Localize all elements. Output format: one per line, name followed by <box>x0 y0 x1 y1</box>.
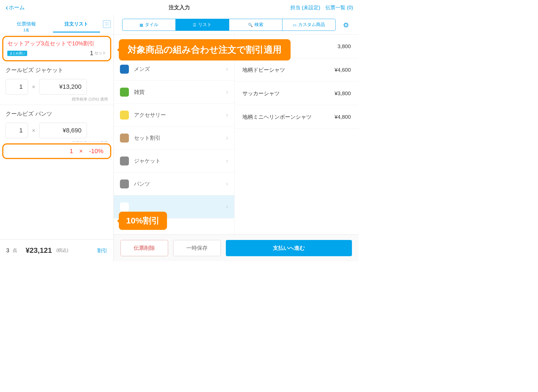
item-count-unit: 点 <box>13 248 17 253</box>
delete-slip-button[interactable]: 伝票削除 <box>120 240 168 256</box>
item-count: 3 <box>6 247 9 254</box>
product-price: ¥3,800 <box>335 90 351 97</box>
discount-line[interactable]: 1 × -10% <box>2 143 111 159</box>
callout-ten-percent: 10%割引 <box>119 212 167 230</box>
total-amount: ¥23,121 <box>25 246 52 255</box>
tab-slip-info-label: 伝票情報 <box>17 21 36 27</box>
chevron-right-icon: › <box>226 66 228 73</box>
order-item-name: クールビズ ジャケット <box>6 66 108 74</box>
product-name: 地柄ドビーシャツ <box>242 66 285 74</box>
color-swatch <box>120 202 129 211</box>
home-button[interactable]: ‹ ホーム <box>6 4 25 11</box>
category-item[interactable]: アクセサリー › <box>114 104 234 127</box>
product-price: ¥4,800 <box>335 114 351 120</box>
assignee-link[interactable]: 担当 (未設定) <box>290 4 320 11</box>
order-item[interactable]: クールビズ ジャケット 1 × ¥13,200 標準税率 (10%) 適用 <box>0 61 113 105</box>
product-price: 3,800 <box>337 43 351 50</box>
discount-button[interactable]: 割引 <box>97 247 107 254</box>
multiply-icon: × <box>32 127 35 134</box>
chevron-right-icon: › <box>226 180 228 188</box>
tab-order-list[interactable]: 注文リスト <box>53 18 100 32</box>
proceed-payment-button[interactable]: 支払いへ進む <box>226 240 352 256</box>
discount-amount: -10% <box>89 148 103 155</box>
category-name: アクセサリー <box>134 111 166 119</box>
chevron-right-icon: › <box>226 157 228 165</box>
product-name: サッカーシャツ <box>242 90 280 97</box>
price-input[interactable]: ¥8,690 <box>39 123 87 138</box>
list-icon: ☰ <box>193 23 196 27</box>
page-title: 注文入力 <box>169 4 190 11</box>
multiply-icon: × <box>32 84 35 90</box>
product-price: ¥4,600 <box>335 67 351 73</box>
color-swatch <box>120 88 129 97</box>
view-search[interactable]: 🔍検索 <box>229 19 282 31</box>
qty-input[interactable]: 1 <box>6 79 28 95</box>
tax-included-label: (税込) <box>56 248 68 253</box>
chevron-right-icon: › <box>226 134 228 142</box>
slip-list-link[interactable]: 伝票一覧 (0) <box>325 4 353 11</box>
product-item[interactable]: 地柄ドビーシャツ ¥4,600 <box>235 58 359 82</box>
set-discount-qty: 1 <box>90 50 93 57</box>
product-item[interactable]: 地柄ミニヘリンボーンシャツ ¥4,800 <box>235 105 359 129</box>
color-swatch <box>120 111 129 120</box>
order-item[interactable]: クールビズ パンツ 1 × ¥8,690 標準税率 (10%) 適用 <box>0 105 113 142</box>
chevron-right-icon: › <box>226 203 228 211</box>
price-input[interactable]: ¥13,200 <box>39 79 87 95</box>
tax-label: 標準税率 (10%) 適用 <box>6 97 108 102</box>
product-item[interactable]: サッカーシャツ ¥3,800 <box>235 82 359 105</box>
category-name: セット割引 <box>134 134 161 142</box>
tab-slip-info[interactable]: 伝票情報 1名 <box>3 18 50 37</box>
order-item-name: クールビズ パンツ <box>6 110 108 118</box>
chevron-left-icon: ‹ <box>6 4 8 11</box>
tile-icon: ▦ <box>140 23 143 27</box>
color-swatch <box>120 134 129 143</box>
view-tile[interactable]: ▦タイル <box>122 19 176 31</box>
callout-combo-discount: 対象商品の組み合わせ注文で割引適用 <box>119 39 291 60</box>
set-discount-card[interactable]: セットアップ3点セットで10%割引 まとめ買い 1 セット <box>2 36 111 61</box>
category-item[interactable]: メンズ › <box>114 58 234 81</box>
discount-qty: 1 <box>70 148 73 155</box>
set-discount-unit: セット <box>94 51 106 56</box>
product-name: 地柄ミニヘリンボーンシャツ <box>242 113 312 121</box>
category-item[interactable]: セット割引 › <box>114 127 234 150</box>
category-name: メンズ <box>134 66 150 73</box>
color-swatch <box>120 157 129 165</box>
chevron-right-icon: › <box>226 111 228 119</box>
category-item[interactable]: 雑貨 › <box>114 81 234 104</box>
category-item[interactable]: ジャケット › <box>114 150 234 172</box>
color-swatch <box>120 65 129 74</box>
view-list[interactable]: ☰リスト <box>176 19 229 31</box>
set-discount-title: セットアップ3点セットで10%割引 <box>7 40 106 47</box>
view-custom[interactable]: ▭カスタム商品 <box>282 19 335 31</box>
category-item[interactable]: パンツ › <box>114 172 234 195</box>
receipt-icon[interactable] <box>103 20 111 28</box>
color-swatch <box>120 179 129 188</box>
gear-icon[interactable]: ⚙ <box>343 21 350 29</box>
bulk-badge: まとめ買い <box>7 51 27 56</box>
category-name: ジャケット <box>134 157 161 165</box>
home-label: ホーム <box>9 4 25 11</box>
save-draft-button[interactable]: 一時保存 <box>173 240 221 256</box>
chevron-right-icon: › <box>226 88 228 96</box>
tax-label: 標準税率 (10%) 適用 <box>6 141 108 142</box>
multiply-icon: × <box>79 148 83 155</box>
qty-input[interactable]: 1 <box>6 123 28 138</box>
category-name: 雑貨 <box>134 88 145 96</box>
tab-slip-info-sub: 1名 <box>3 28 50 33</box>
custom-icon: ▭ <box>293 23 296 27</box>
category-name: パンツ <box>134 180 150 188</box>
search-icon: 🔍 <box>248 23 253 27</box>
